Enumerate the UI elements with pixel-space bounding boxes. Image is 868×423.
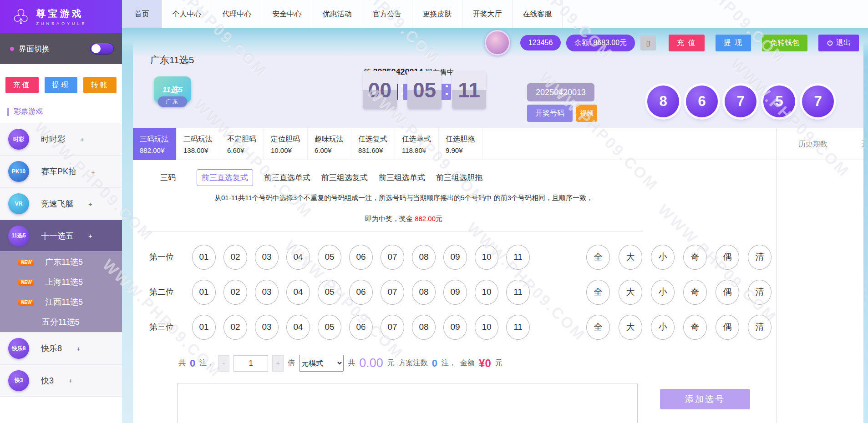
withdraw-button[interactable]: 提现 — [45, 77, 78, 93]
tab-sanma[interactable]: 三码玩法882.00¥ — [133, 128, 177, 160]
subtab-qiansan-zhixuan-danshi[interactable]: 前三直选单式 — [264, 172, 310, 183]
multiplier-input[interactable] — [233, 355, 268, 372]
number-ball[interactable]: 03 — [255, 245, 279, 270]
submenu-item-jiangxi[interactable]: NEW 江西11选5 — [0, 292, 122, 312]
number-ball[interactable]: 08 — [412, 280, 436, 305]
number-ball[interactable]: 10 — [475, 280, 498, 305]
number-ball[interactable]: 03 — [255, 280, 279, 305]
nav-home[interactable]: 首页 — [122, 0, 162, 28]
submenu-item-wufen[interactable]: 五分11选5 — [0, 312, 122, 332]
sidebar-item-shishicai[interactable]: 时彩 时时彩 + — [0, 123, 122, 155]
tab-renxuan-dantuo[interactable]: 任选胆拖9.90¥ — [439, 128, 482, 160]
avatar[interactable] — [485, 30, 510, 55]
number-ball[interactable]: 08 — [412, 315, 436, 340]
number-ball[interactable]: 02 — [223, 280, 247, 305]
number-ball[interactable]: 02 — [223, 245, 247, 270]
number-ball[interactable]: 10 — [475, 245, 498, 270]
subtab-qiansan-zhixuan-fushi[interactable]: 前三直选复式 — [197, 169, 253, 186]
number-ball[interactable]: 11 — [506, 245, 530, 270]
quick-pick-button[interactable]: 大 — [619, 315, 642, 340]
sidebar-item-pk10[interactable]: PK10 赛车PK拾 + — [0, 155, 122, 187]
number-ball[interactable]: 07 — [381, 280, 404, 305]
number-ball[interactable]: 09 — [443, 315, 467, 340]
nav-online-service[interactable]: 在线客服 — [513, 0, 563, 28]
submenu-item-shanghai[interactable]: NEW 上海11选5 — [0, 272, 122, 292]
number-ball[interactable]: 05 — [318, 245, 341, 270]
number-ball[interactable]: 07 — [381, 315, 404, 340]
tab-dingweidan[interactable]: 定位胆码10.00¥ — [264, 128, 308, 160]
number-ball[interactable]: 04 — [286, 245, 310, 270]
topbar-recharge-button[interactable]: 充 值 — [669, 35, 704, 51]
number-ball[interactable]: 06 — [349, 315, 373, 340]
number-ball[interactable]: 04 — [286, 315, 310, 340]
quick-pick-button[interactable]: 奇 — [683, 245, 707, 270]
number-ball[interactable]: 11 — [506, 280, 530, 305]
number-ball[interactable]: 02 — [223, 315, 247, 340]
money-mode-select[interactable]: 元模式 — [299, 355, 344, 372]
nav-personal-center[interactable]: 个人中心 — [162, 0, 212, 28]
subtab-qiansan-zuxuan-dantuo[interactable]: 前三组选胆拖 — [436, 172, 482, 183]
number-ball[interactable]: 09 — [443, 245, 467, 270]
quick-pick-button[interactable]: 奇 — [683, 315, 707, 340]
add-selection-button[interactable]: 添加选号 — [660, 389, 750, 409]
multiplier-minus-button[interactable]: - — [218, 355, 229, 372]
tab-renxuan-fushi[interactable]: 任选复式831.60¥ — [351, 128, 395, 160]
video-button[interactable]: 视频 — [576, 105, 597, 122]
manual-numbers-textarea[interactable] — [177, 383, 638, 423]
tab-erma[interactable]: 二码玩法138.00¥ — [177, 128, 220, 160]
quick-pick-button[interactable]: 小 — [651, 315, 675, 340]
sidebar-item-kuaile8[interactable]: 快乐8 快乐8 + — [0, 332, 122, 364]
number-ball[interactable]: 06 — [349, 245, 373, 270]
number-ball[interactable]: 11 — [506, 315, 530, 340]
quick-pick-button[interactable]: 偶 — [716, 280, 739, 305]
nav-draw-hall[interactable]: 开奖大厅 — [462, 0, 513, 28]
number-ball[interactable]: 09 — [443, 280, 467, 305]
number-ball[interactable]: 10 — [475, 315, 498, 340]
tab-quwei[interactable]: 趣味玩法6.00¥ — [308, 128, 351, 160]
tab-budingdan[interactable]: 不定胆码6.60¥ — [220, 128, 264, 160]
quick-pick-button[interactable]: 小 — [651, 280, 675, 305]
number-ball[interactable]: 07 — [381, 245, 404, 270]
submenu-item-guangdong[interactable]: NEW 广东11选5 — [0, 252, 122, 272]
quick-pick-button[interactable]: 偶 — [716, 245, 739, 270]
nav-security-center[interactable]: 安全中心 — [262, 0, 312, 28]
multiplier-plus-button[interactable]: + — [272, 355, 284, 372]
number-ball[interactable]: 05 — [318, 315, 341, 340]
nav-announcements[interactable]: 官方公告 — [362, 0, 412, 28]
subtab-qiansan-zuxuan-fushi[interactable]: 前三组选复式 — [321, 172, 368, 183]
quick-pick-button[interactable]: 小 — [651, 245, 675, 270]
sidebar-item-feiting[interactable]: VR 竞速飞艇 + — [0, 187, 122, 220]
quick-pick-button[interactable]: 清 — [748, 245, 772, 270]
number-ball[interactable]: 03 — [255, 315, 279, 340]
tab-renxuan-danshi[interactable]: 任选单式118.80¥ — [395, 128, 439, 160]
number-ball[interactable]: 06 — [349, 280, 373, 305]
number-ball[interactable]: 01 — [192, 245, 216, 270]
balance-refresh-button[interactable]: ▯ — [640, 35, 656, 50]
subtab-qiansan-zuxuan-danshi[interactable]: 前三组选单式 — [379, 172, 425, 183]
number-ball[interactable]: 04 — [286, 280, 310, 305]
quick-pick-button[interactable]: 全 — [586, 315, 610, 340]
recharge-button[interactable]: 充值 — [5, 77, 39, 93]
sidebar-item-11x5[interactable]: 11选5 十一选五 + — [0, 220, 122, 252]
number-ball[interactable]: 05 — [318, 280, 341, 305]
number-ball[interactable]: 01 — [192, 315, 216, 340]
quick-pick-button[interactable]: 清 — [748, 280, 772, 305]
sidebar-item-kuai3[interactable]: 快3 快3 + — [0, 364, 122, 397]
nav-promotions[interactable]: 优惠活动 — [312, 0, 362, 28]
logout-button[interactable]: 退出 — [818, 35, 859, 51]
quick-pick-button[interactable]: 大 — [619, 280, 642, 305]
username-pill[interactable]: 123456 — [520, 35, 561, 50]
quick-pick-button[interactable]: 全 — [586, 280, 610, 305]
quick-pick-button[interactable]: 大 — [619, 245, 642, 270]
transfer-button[interactable]: 转账 — [83, 77, 117, 93]
nav-agent-center[interactable]: 代理中心 — [212, 0, 262, 28]
quick-pick-button[interactable]: 全 — [586, 245, 610, 270]
quick-pick-button[interactable]: 奇 — [683, 280, 707, 305]
number-ball[interactable]: 01 — [192, 280, 216, 305]
topbar-withdraw-button[interactable]: 提 现 — [716, 35, 751, 51]
nav-change-skin[interactable]: 更换皮肤 — [412, 0, 462, 28]
number-ball[interactable]: 08 — [412, 245, 436, 270]
free-wallet-button[interactable]: 免转钱包 — [762, 35, 807, 51]
quick-pick-button[interactable]: 清 — [748, 315, 772, 340]
ui-switch-toggle[interactable] — [90, 43, 114, 55]
